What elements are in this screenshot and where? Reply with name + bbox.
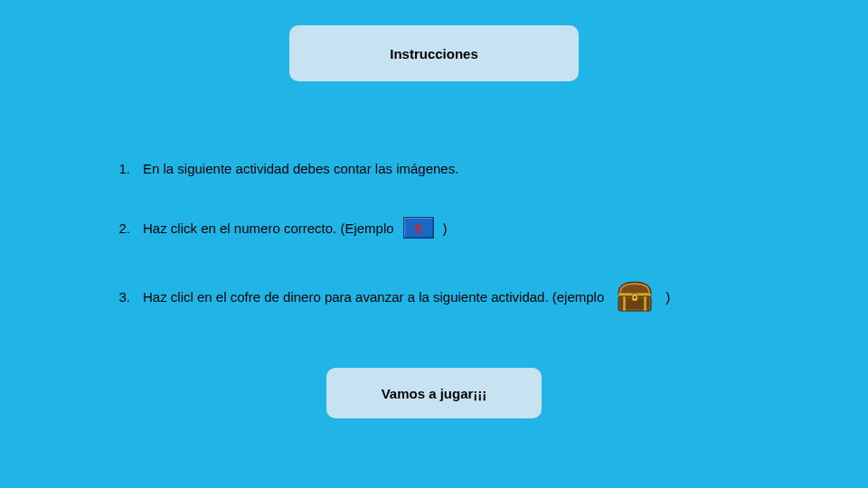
item-number: 1. [114,161,130,176]
item-text-after: ) [443,221,448,236]
item-text: Haz clicl en el cofre de dinero para ava… [143,289,604,305]
list-item: 1. En la siguiente actividad debes conta… [114,161,458,176]
item-number: 2. [114,221,130,236]
slide: Instrucciones 1. En la siguiente activid… [0,0,868,488]
list-item: 3. Haz clicl en el cofre de dinero para … [114,280,670,313]
item-text: Haz click en el numero correcto. (Ejempl… [143,221,394,236]
title-text: Instrucciones [390,46,478,61]
item-number: 3. [114,289,130,305]
item-text: En la siguiente actividad debes contar l… [143,161,458,176]
play-button[interactable]: Vamos a jugar¡¡¡ [326,368,542,418]
item-text-after: ) [665,289,670,305]
play-label: Vamos a jugar¡¡¡ [382,386,487,401]
treasure-chest-icon[interactable] [615,280,655,313]
title-box: Instrucciones [289,25,579,81]
svg-point-6 [634,296,636,298]
number-tile-example[interactable]: 5 [403,217,434,239]
svg-rect-3 [623,296,626,311]
svg-rect-4 [644,296,646,311]
list-item: 2. Haz click en el numero correcto. (Eje… [114,217,448,239]
